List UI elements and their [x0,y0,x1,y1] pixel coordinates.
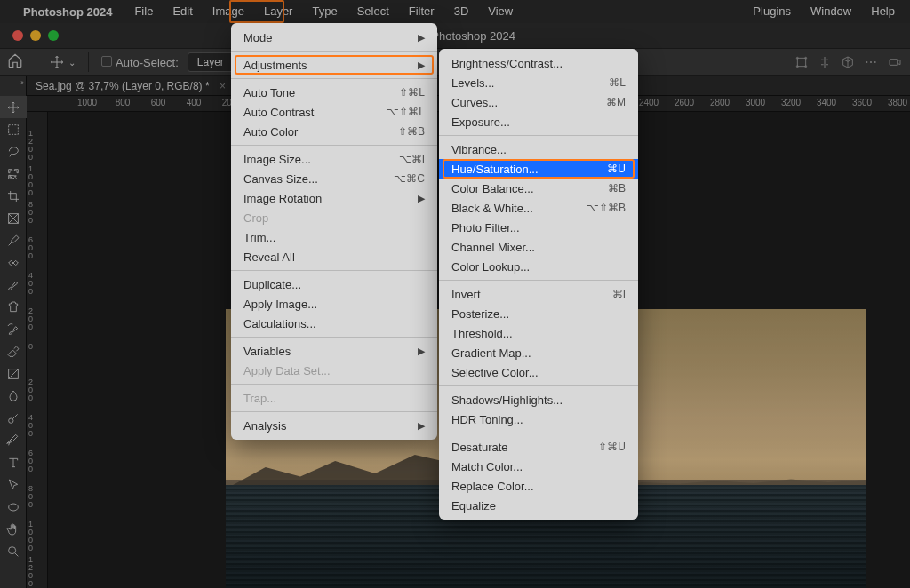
adjustments-menu-posterize[interactable]: Posterize... [439,304,638,323]
adjustments-menu-brightness-contrast[interactable]: Brightness/Contrast... [439,53,638,73]
menu-item-shortcut: ⌘L [609,76,626,89]
adjustments-menu-hdr-toning[interactable]: HDR Toning... [439,409,638,429]
menu-item-label: Levels... [451,76,582,90]
image-menu-mode[interactable]: Mode▶ [231,28,437,47]
menu-item-label: Variables [243,345,391,358]
menu-item-label: Adjustments [243,59,391,72]
menu-item-label: Color Lookup... [451,260,626,274]
menu-item-label: Posterize... [451,307,626,321]
menu-item-label: Black & White... [451,202,560,215]
image-menu-auto-color[interactable]: Auto Color⇧⌘B [231,122,437,141]
adjustments-menu-color-lookup[interactable]: Color Lookup... [439,257,638,276]
image-menu-reveal-all[interactable]: Reveal All [231,247,437,266]
adjustments-menu-levels[interactable]: Levels...⌘L [439,73,638,92]
menu-item-shortcut: ⌘M [606,96,626,108]
image-menu-analysis[interactable]: Analysis▶ [231,416,437,435]
menu-item-label: Selective Color... [451,366,626,379]
image-menu-adjustments[interactable]: Adjustments▶ [231,55,437,75]
menu-item-label: Hue/Saturation... [451,163,580,176]
menu-item-shortcut: ⌘I [612,288,626,300]
image-menu-trim[interactable]: Trim... [231,227,437,247]
menu-item-label: Brightness/Contrast... [451,57,626,70]
menu-item-label: Image Size... [243,153,372,166]
adjustments-menu-exposure[interactable]: Exposure... [439,112,638,131]
submenu-arrow-icon: ▶ [418,32,425,44]
menu-item-label: Auto Color [243,125,371,139]
image-menu-apply-image[interactable]: Apply Image... [231,294,437,314]
adjustments-menu-replace-color[interactable]: Replace Color... [439,476,638,496]
adjustments-menu-vibrance[interactable]: Vibrance... [439,139,638,159]
menu-item-label: Vibrance... [451,143,626,156]
adjustments-menu-invert[interactable]: Invert⌘I [439,284,638,304]
menu-item-label: Replace Color... [451,480,626,493]
image-menu-separator [231,384,437,385]
menu-item-label: Calculations... [243,317,425,330]
image-menu-image-size[interactable]: Image Size...⌥⌘I [231,149,437,169]
menu-item-label: Apply Image... [243,298,425,311]
menu-item-label: Desaturate [451,441,571,454]
image-menu-variables[interactable]: Variables▶ [231,341,437,361]
image-menu-separator [231,51,437,52]
menu-item-label: Gradient Map... [451,346,626,360]
menu-item-label: Mode [243,31,391,44]
image-menu-calculations[interactable]: Calculations... [231,314,437,333]
submenu-arrow-icon: ▶ [418,193,425,204]
image-menu-auto-contrast[interactable]: Auto Contrast⌥⇧⌘L [231,102,437,122]
adjustments-menu-threshold[interactable]: Threshold... [439,323,638,343]
adjustments-menu-separator [439,433,638,433]
adjustments-menu-black-white[interactable]: Black & White...⌥⇧⌘B [439,198,638,218]
image-menu-separator [231,411,437,412]
submenu-arrow-icon: ▶ [418,346,425,357]
menu-item-label: Equalize [451,499,626,513]
menu-item-shortcut: ⌘U [607,163,626,175]
adjustments-menu-equalize[interactable]: Equalize [439,496,638,515]
image-menu-image-rotation[interactable]: Image Rotation▶ [231,188,437,208]
adjustments-menu-match-color[interactable]: Match Color... [439,457,638,476]
menu-item-label: Trim... [243,231,425,244]
menu-item-label: Match Color... [451,460,626,473]
menu-item-label: Curves... [451,96,579,109]
menu-item-label: HDR Toning... [451,413,626,426]
menu-item-label: Duplicate... [243,278,425,291]
menu-item-label: Reveal All [243,250,425,264]
menu-item-label: Photo Filter... [451,221,626,234]
image-menu-crop: Crop [231,208,437,227]
menu-item-shortcut: ⇧⌘L [399,86,425,99]
menu-item-label: Crop [243,211,425,225]
image-menu-canvas-size[interactable]: Canvas Size...⌥⌘C [231,169,437,188]
adjustments-menu-selective-color[interactable]: Selective Color... [439,362,638,382]
menu-item-label: Exposure... [451,115,626,129]
menu-item-label: Auto Tone [243,86,372,99]
menu-item-label: Threshold... [451,327,626,340]
menu-item-label: Apply Data Set... [243,364,425,377]
adjustments-submenu: Brightness/Contrast...Levels...⌘LCurves.… [439,49,638,520]
menu-item-label: Analysis [243,419,391,433]
image-menu-duplicate[interactable]: Duplicate... [231,274,437,294]
menu-item-label: Channel Mixer... [451,241,626,254]
menu-item-label: Trap... [243,392,425,405]
image-menu: Mode▶Adjustments▶Auto Tone⇧⌘LAuto Contra… [231,23,437,440]
menu-item-shortcut: ⌥⇧⌘B [587,202,626,214]
menu-item-shortcut: ⌘B [608,182,626,195]
menu-item-shortcut: ⌥⇧⌘L [387,106,425,118]
menu-item-shortcut: ⇧⌘U [598,441,626,453]
menu-item-shortcut: ⌥⌘C [394,172,425,185]
adjustments-menu-curves[interactable]: Curves...⌘M [439,92,638,112]
image-menu-separator [231,337,437,338]
adjustments-menu-desaturate[interactable]: Desaturate⇧⌘U [439,437,638,457]
menu-item-label: Shadows/Highlights... [451,393,626,407]
adjustments-menu-shadows-highlights[interactable]: Shadows/Highlights... [439,390,638,409]
submenu-arrow-icon: ▶ [418,60,425,71]
adjustments-menu-hue-saturation[interactable]: Hue/Saturation...⌘U [439,159,638,179]
adjustments-menu-separator [439,280,638,281]
adjustments-menu-separator [439,135,638,136]
image-menu-auto-tone[interactable]: Auto Tone⇧⌘L [231,83,437,102]
adjustments-menu-photo-filter[interactable]: Photo Filter... [439,218,638,237]
image-menu-trap: Trap... [231,388,437,408]
adjustments-menu-gradient-map[interactable]: Gradient Map... [439,343,638,362]
submenu-arrow-icon: ▶ [418,420,425,432]
adjustments-menu-channel-mixer[interactable]: Channel Mixer... [439,237,638,257]
adjustments-menu-separator [439,385,638,386]
menu-item-label: Canvas Size... [243,172,367,186]
adjustments-menu-color-balance[interactable]: Color Balance...⌘B [439,179,638,198]
